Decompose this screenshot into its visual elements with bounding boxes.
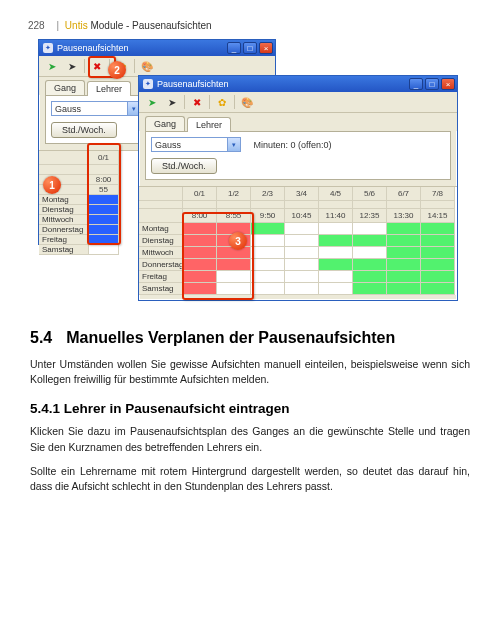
cell[interactable] xyxy=(319,271,353,283)
cell[interactable] xyxy=(183,259,217,271)
cell[interactable] xyxy=(387,271,421,283)
minimize-button[interactable]: _ xyxy=(409,78,423,90)
std-button-b[interactable]: Std./Woch. xyxy=(151,158,217,174)
paragraph-1: Unter Umständen wollen Sie gewisse Aufsi… xyxy=(30,357,470,387)
cell[interactable] xyxy=(353,283,387,295)
palette-icon[interactable]: 🎨 xyxy=(239,94,255,110)
cell[interactable] xyxy=(183,235,217,247)
cell[interactable] xyxy=(217,235,251,247)
cell[interactable] xyxy=(285,235,319,247)
cell[interactable] xyxy=(217,271,251,283)
app-icon: ✦ xyxy=(143,79,153,89)
green-run-icon[interactable]: ➤ xyxy=(144,94,160,110)
cell[interactable] xyxy=(353,235,387,247)
cell[interactable] xyxy=(319,223,353,235)
cell[interactable] xyxy=(353,259,387,271)
cell[interactable] xyxy=(251,235,285,247)
cell[interactable] xyxy=(319,247,353,259)
cell[interactable] xyxy=(217,223,251,235)
combo-value-b: Gauss xyxy=(155,140,181,150)
brand-name: Untis xyxy=(65,20,88,31)
tab-lehrer-a[interactable]: Lehrer xyxy=(87,81,131,96)
cell-a-tue[interactable] xyxy=(89,205,119,215)
cell[interactable] xyxy=(319,235,353,247)
cell[interactable] xyxy=(387,247,421,259)
cell[interactable] xyxy=(285,283,319,295)
page-header: 228 | Untis Module - Pausenaufsichten xyxy=(0,0,500,37)
cell[interactable] xyxy=(285,271,319,283)
black-run-icon[interactable]: ➤ xyxy=(64,58,80,74)
cell[interactable] xyxy=(285,223,319,235)
x-red-icon[interactable]: ✖ xyxy=(189,94,205,110)
section-name: Module - Pausenaufsichten xyxy=(90,20,211,31)
cell[interactable] xyxy=(421,259,455,271)
cell[interactable] xyxy=(183,271,217,283)
cell[interactable] xyxy=(217,283,251,295)
maximize-button[interactable]: □ xyxy=(425,78,439,90)
minutes-label: Minuten: 0 (offen:0) xyxy=(254,140,332,150)
cell-a-wed[interactable] xyxy=(89,215,119,225)
star-icon[interactable]: ✿ xyxy=(214,94,230,110)
cell[interactable] xyxy=(285,259,319,271)
maximize-button[interactable]: □ xyxy=(243,42,257,54)
cell-a-fri[interactable] xyxy=(89,235,119,245)
cell[interactable] xyxy=(251,283,285,295)
cell[interactable] xyxy=(251,223,285,235)
teacher-combo-b[interactable]: Gauss ▾ xyxy=(151,137,241,152)
cell[interactable] xyxy=(421,235,455,247)
cell[interactable] xyxy=(251,271,285,283)
article: 5.4 Manuelles Verplanen der Pausenaufsic… xyxy=(0,305,500,494)
cell[interactable] xyxy=(183,283,217,295)
teacher-combo-a[interactable]: Gauss ▾ xyxy=(51,101,141,116)
cell[interactable] xyxy=(353,271,387,283)
cell[interactable] xyxy=(421,247,455,259)
cell[interactable] xyxy=(251,259,285,271)
tab-gang-b[interactable]: Gang xyxy=(145,116,185,131)
window-a-title: Pausenaufsichten xyxy=(57,43,227,53)
chevron-down-icon[interactable]: ▾ xyxy=(227,138,240,151)
app-icon: ✦ xyxy=(43,43,53,53)
cell[interactable] xyxy=(319,283,353,295)
cell[interactable] xyxy=(353,247,387,259)
toolbar-b: ➤ ➤ ✖ ✿ 🎨 xyxy=(139,92,457,113)
cell[interactable] xyxy=(319,259,353,271)
cell[interactable] xyxy=(421,223,455,235)
cell-a-thu[interactable] xyxy=(89,225,119,235)
tab-lehrer-b[interactable]: Lehrer xyxy=(187,117,231,132)
toolbar-a: ➤ ➤ ✖ ✿ 🎨 xyxy=(39,56,275,77)
tab-gang-a[interactable]: Gang xyxy=(45,80,85,95)
x-red-icon[interactable]: ✖ xyxy=(89,58,105,74)
cell[interactable] xyxy=(387,235,421,247)
palette-icon[interactable]: 🎨 xyxy=(139,58,155,74)
cell[interactable] xyxy=(387,259,421,271)
cell[interactable] xyxy=(251,247,285,259)
black-run-icon[interactable]: ➤ xyxy=(164,94,180,110)
page-number: 228 xyxy=(28,20,45,31)
green-run-icon[interactable]: ➤ xyxy=(44,58,60,74)
grid-b: 0/1 1/2 2/3 3/4 4/5 5/6 6/7 7/8 8:00 8:5… xyxy=(139,186,457,295)
cell[interactable] xyxy=(217,247,251,259)
close-button[interactable]: × xyxy=(259,42,273,54)
cell[interactable] xyxy=(183,247,217,259)
paragraph-3: Sollte ein Lehrername mit rotem Hintergr… xyxy=(30,464,470,494)
minimize-button[interactable]: _ xyxy=(227,42,241,54)
cell[interactable] xyxy=(183,223,217,235)
heading-2: 5.4.1 Lehrer in Pausenaufsicht eintragen xyxy=(30,401,470,416)
combo-value-a: Gauss xyxy=(55,104,81,114)
cell[interactable] xyxy=(353,223,387,235)
cell[interactable] xyxy=(421,283,455,295)
star-icon[interactable]: ✿ xyxy=(114,58,130,74)
cell[interactable] xyxy=(285,247,319,259)
cell[interactable] xyxy=(421,271,455,283)
std-button-a[interactable]: Std./Woch. xyxy=(51,122,117,138)
cell-a-mon[interactable] xyxy=(89,195,119,205)
cell[interactable] xyxy=(387,283,421,295)
titlebar-a: ✦ Pausenaufsichten _ □ × xyxy=(39,40,275,56)
paragraph-2: Klicken Sie dazu im Pausenaufsichtsplan … xyxy=(30,424,470,454)
cell-a-sat[interactable] xyxy=(89,245,119,255)
h1-text: Manuelles Verplanen der Pausenaufsichten xyxy=(66,329,395,347)
cell[interactable] xyxy=(387,223,421,235)
heading-1: 5.4 Manuelles Verplanen der Pausenaufsic… xyxy=(30,329,470,347)
close-button[interactable]: × xyxy=(441,78,455,90)
cell[interactable] xyxy=(217,259,251,271)
